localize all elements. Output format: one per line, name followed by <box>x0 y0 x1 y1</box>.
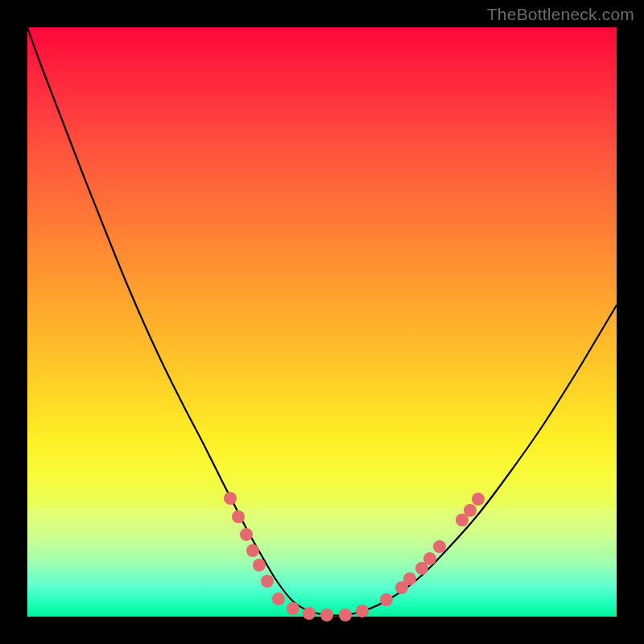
watermark-text: TheBottleneck.com <box>487 5 634 24</box>
bottleneck-curve-plot <box>27 27 617 617</box>
curve-dot <box>246 544 259 557</box>
curve-dot <box>380 593 393 606</box>
curve-dot <box>356 605 369 617</box>
curve-dot <box>339 609 352 621</box>
bottleneck-curve-line <box>27 27 617 616</box>
curve-dot <box>303 607 316 620</box>
curve-dot <box>287 602 299 615</box>
chart-frame: TheBottleneck.com <box>0 0 644 644</box>
curve-dot <box>423 552 436 565</box>
curve-dot <box>224 492 237 505</box>
curve-dot <box>240 528 253 541</box>
curve-dot <box>472 493 485 506</box>
curve-dot <box>272 592 285 605</box>
curve-dot <box>320 609 333 621</box>
curve-dot <box>232 510 245 523</box>
curve-dot <box>261 575 274 588</box>
curve-dot <box>433 540 446 553</box>
curve-dot <box>403 572 416 585</box>
curve-dot <box>253 559 266 572</box>
curve-dot <box>464 504 477 517</box>
